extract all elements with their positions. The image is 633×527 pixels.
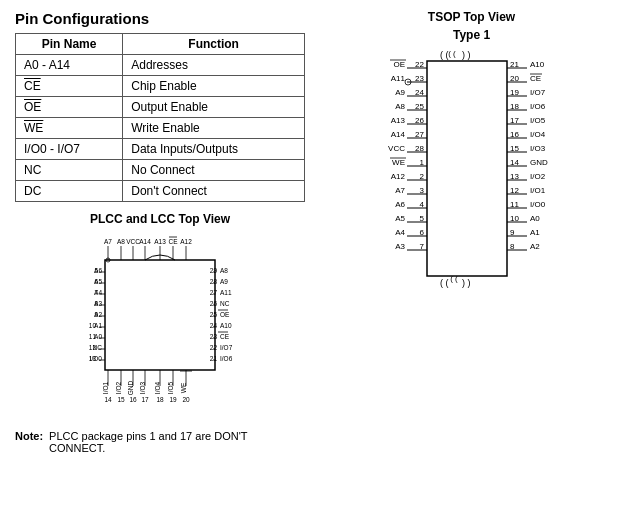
table-row: CEChip Enable <box>16 76 305 97</box>
tsop-svg: ( ( ( ( 22 OE 23 A11 24 A9 <box>362 46 582 306</box>
pin-name-cell: OE <box>16 97 123 118</box>
note-label: Note: <box>15 430 43 454</box>
svg-text:I/O1: I/O1 <box>530 186 546 195</box>
svg-text:17: 17 <box>510 116 519 125</box>
svg-text:11: 11 <box>510 200 519 209</box>
svg-text:29: 29 <box>210 267 218 274</box>
svg-text:26: 26 <box>415 116 424 125</box>
table-row: OEOutput Enable <box>16 97 305 118</box>
pin-name-cell: CE <box>16 76 123 97</box>
svg-text:GND: GND <box>530 158 548 167</box>
svg-text:4: 4 <box>419 200 424 209</box>
svg-text:8: 8 <box>510 242 515 251</box>
svg-text:A12: A12 <box>390 172 405 181</box>
svg-text:16: 16 <box>510 130 519 139</box>
note-section: Note: PLCC package pins 1 and 17 are DON… <box>15 430 305 454</box>
svg-text:I/O5: I/O5 <box>530 116 546 125</box>
svg-text:12: 12 <box>89 344 97 351</box>
svg-text:A5: A5 <box>395 214 405 223</box>
svg-text:( (: ( ( <box>448 49 456 58</box>
svg-text:A4: A4 <box>395 228 405 237</box>
svg-text:20: 20 <box>182 396 190 403</box>
svg-text:WE: WE <box>392 158 405 167</box>
svg-text:15: 15 <box>510 144 519 153</box>
table-row: I/O0 - I/O7Data Inputs/Outputs <box>16 139 305 160</box>
svg-text:I/O4: I/O4 <box>530 130 546 139</box>
svg-rect-0 <box>105 260 215 370</box>
svg-text:I/O7: I/O7 <box>530 88 546 97</box>
svg-text:I/O2: I/O2 <box>530 172 546 181</box>
svg-text:19: 19 <box>169 396 177 403</box>
svg-text:3: 3 <box>419 186 424 195</box>
svg-text:25: 25 <box>415 102 424 111</box>
svg-text:27: 27 <box>210 289 218 296</box>
svg-text:27: 27 <box>415 130 424 139</box>
svg-text:) ): ) ) <box>462 50 471 60</box>
svg-text:12: 12 <box>510 186 519 195</box>
svg-text:VCC: VCC <box>388 144 405 153</box>
svg-text:A9: A9 <box>395 88 405 97</box>
svg-text:16: 16 <box>129 396 137 403</box>
tsop-title-line2: Type 1 <box>325 28 618 42</box>
plcc-diagram-container: A7 A8 VCC A14 A13 CE A12 <box>15 230 305 420</box>
function-cell: Write Enable <box>123 118 305 139</box>
svg-text:17: 17 <box>141 396 149 403</box>
svg-text:I/O6: I/O6 <box>220 355 233 362</box>
tsop-title-line1: TSOP Top View <box>325 10 618 24</box>
note-text: PLCC package pins 1 and 17 are DON'T CON… <box>49 430 305 454</box>
svg-text:A7: A7 <box>395 186 405 195</box>
svg-text:18: 18 <box>156 396 164 403</box>
svg-text:OE: OE <box>220 311 230 318</box>
function-cell: Output Enable <box>123 97 305 118</box>
svg-text:1: 1 <box>419 158 424 167</box>
svg-text:7: 7 <box>419 242 424 251</box>
svg-text:( (: ( ( <box>440 50 449 60</box>
svg-text:A10: A10 <box>530 60 545 69</box>
svg-text:I/O6: I/O6 <box>530 102 546 111</box>
svg-text:23: 23 <box>415 74 424 83</box>
plcc-title: PLCC and LCC Top View <box>15 212 305 226</box>
svg-text:) ): ) ) <box>462 278 471 288</box>
svg-text:6: 6 <box>419 228 424 237</box>
table-row: NCNo Connect <box>16 160 305 181</box>
pin-name-cell: I/O0 - I/O7 <box>16 139 123 160</box>
svg-text:VCC: VCC <box>126 238 140 245</box>
svg-text:A14: A14 <box>390 130 405 139</box>
function-cell: Chip Enable <box>123 76 305 97</box>
svg-text:A11: A11 <box>390 74 405 83</box>
plcc-svg: A7 A8 VCC A14 A13 CE A12 <box>70 230 250 420</box>
svg-text:A12: A12 <box>180 238 192 245</box>
svg-text:A7: A7 <box>104 238 112 245</box>
svg-text:21: 21 <box>510 60 519 69</box>
svg-text:A8: A8 <box>220 267 228 274</box>
svg-text:A1: A1 <box>530 228 540 237</box>
svg-text:A13: A13 <box>390 116 405 125</box>
svg-text:20: 20 <box>510 74 519 83</box>
function-cell: No Connect <box>123 160 305 181</box>
pin-config-table: Pin Name Function A0 - A14AddressesCEChi… <box>15 33 305 202</box>
svg-text:13: 13 <box>510 172 519 181</box>
svg-text:A11: A11 <box>220 289 232 296</box>
svg-text:2: 2 <box>419 172 424 181</box>
pin-name-cell: DC <box>16 181 123 202</box>
svg-text:I/O7: I/O7 <box>220 344 233 351</box>
svg-text:13: 13 <box>89 355 97 362</box>
svg-text:OE: OE <box>393 60 405 69</box>
svg-text:22: 22 <box>210 344 218 351</box>
function-cell: Data Inputs/Outputs <box>123 139 305 160</box>
svg-text:9: 9 <box>510 228 515 237</box>
svg-text:A2: A2 <box>530 242 540 251</box>
function-cell: Don't Connect <box>123 181 305 202</box>
svg-text:5: 5 <box>419 214 424 223</box>
svg-text:28: 28 <box>210 278 218 285</box>
svg-text:CE: CE <box>530 74 541 83</box>
svg-text:9: 9 <box>94 311 98 318</box>
svg-text:22: 22 <box>415 60 424 69</box>
svg-text:7: 7 <box>94 289 98 296</box>
tsop-diagram-container: ( ( ( ( 22 OE 23 A11 24 A9 <box>325 46 618 306</box>
pin-name-cell: NC <box>16 160 123 181</box>
svg-text:( (: ( ( <box>450 274 458 283</box>
pin-name-cell: A0 - A14 <box>16 55 123 76</box>
svg-text:11: 11 <box>89 333 97 340</box>
col-header-function: Function <box>123 34 305 55</box>
